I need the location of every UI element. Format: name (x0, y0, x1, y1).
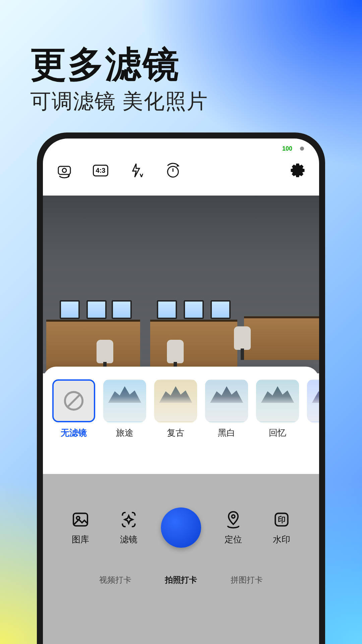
camera-switch-icon (56, 162, 72, 178)
watermark-button[interactable]: 印 水印 (265, 510, 298, 545)
mode-photo[interactable]: 拍照打卡 (165, 575, 197, 585)
filter-drawer: 无滤镜 旅途 复古 黑白 (43, 367, 319, 474)
filter-thumb (205, 379, 248, 422)
svg-line-4 (67, 394, 80, 407)
filter-label: N19 (307, 427, 319, 437)
device-screen: 100 camera-switch-icon 4:3 flash-aut (43, 139, 319, 644)
location-button[interactable]: 定位 (217, 510, 249, 545)
filter-item-memory[interactable]: 回忆 (256, 379, 299, 439)
filters-button[interactable]: 滤镜 (113, 510, 145, 545)
filter-thumb (154, 379, 197, 422)
capture-mode-row: 视频打卡 拍照打卡 拼图打卡 (43, 575, 319, 585)
flash-mode-button[interactable]: flash-auto-icon (127, 161, 146, 180)
no-filter-icon (62, 389, 85, 413)
filter-item-retro[interactable]: 复古 (154, 379, 197, 439)
svg-point-7 (232, 515, 235, 518)
viewfinder-scene (43, 196, 319, 373)
svg-rect-0 (58, 166, 70, 174)
filter-thumb (307, 379, 319, 422)
watermark-label: 水印 (265, 534, 298, 545)
stamp-icon: 印 (272, 510, 291, 529)
promo-title: 更多滤镜 (30, 40, 180, 89)
shutter-button[interactable] (161, 507, 201, 548)
timer-icon (165, 162, 181, 178)
camera-viewfinder[interactable] (43, 196, 319, 373)
location-pin-icon (224, 510, 243, 529)
svg-point-1 (62, 168, 66, 172)
status-battery: 100 (282, 145, 292, 152)
svg-text:印: 印 (278, 515, 286, 524)
camera-top-toolbar: camera-switch-icon 4:3 flash-auto-icon (43, 157, 319, 184)
location-label: 定位 (217, 534, 249, 545)
aspect-ratio-label: 4:3 (93, 165, 109, 176)
filter-item-bw[interactable]: 黑白 (205, 379, 248, 439)
filter-label: 无滤镜 (52, 427, 95, 439)
filter-label: 回忆 (256, 427, 299, 439)
gallery-button[interactable]: 图库 (64, 510, 97, 545)
gallery-icon (71, 510, 90, 529)
filter-item-none[interactable]: 无滤镜 (52, 379, 95, 439)
settings-button[interactable]: gear-icon (288, 161, 307, 180)
filter-label: 复古 (154, 427, 197, 439)
filter-label: 旅途 (103, 427, 146, 439)
filter-thumb-none (52, 379, 95, 422)
mode-collage[interactable]: 拼图打卡 (231, 575, 263, 585)
status-dot (300, 147, 304, 151)
filter-item-trip[interactable]: 旅途 (103, 379, 146, 439)
filter-list[interactable]: 无滤镜 旅途 复古 黑白 (43, 379, 319, 439)
mode-video[interactable]: 视频打卡 (99, 575, 131, 585)
filters-label: 滤镜 (113, 534, 145, 545)
svg-rect-5 (73, 513, 87, 526)
device-frame: 100 camera-switch-icon 4:3 flash-aut (37, 132, 325, 644)
camera-bottom-panel: 图库 滤镜 (43, 474, 319, 644)
aspect-ratio-button[interactable]: 4:3 (91, 161, 110, 180)
filter-thumb (256, 379, 299, 422)
filter-label: 黑白 (205, 427, 248, 439)
filter-item-n19[interactable]: N19 (307, 379, 319, 439)
filter-thumb (103, 379, 146, 422)
gear-icon (290, 162, 306, 178)
promo-subtitle: 可调滤镜 美化照片 (30, 87, 208, 115)
gallery-label: 图库 (64, 534, 97, 545)
timer-button[interactable]: timer-icon (164, 161, 182, 180)
flash-auto-icon (129, 162, 145, 178)
sparkle-scan-icon (119, 510, 138, 529)
switch-camera-button[interactable]: camera-switch-icon (55, 161, 74, 180)
promo-stage: 更多滤镜 可调滤镜 美化照片 100 camera-switch-icon 4:… (0, 0, 362, 644)
quick-action-row: 图库 滤镜 (43, 507, 319, 548)
